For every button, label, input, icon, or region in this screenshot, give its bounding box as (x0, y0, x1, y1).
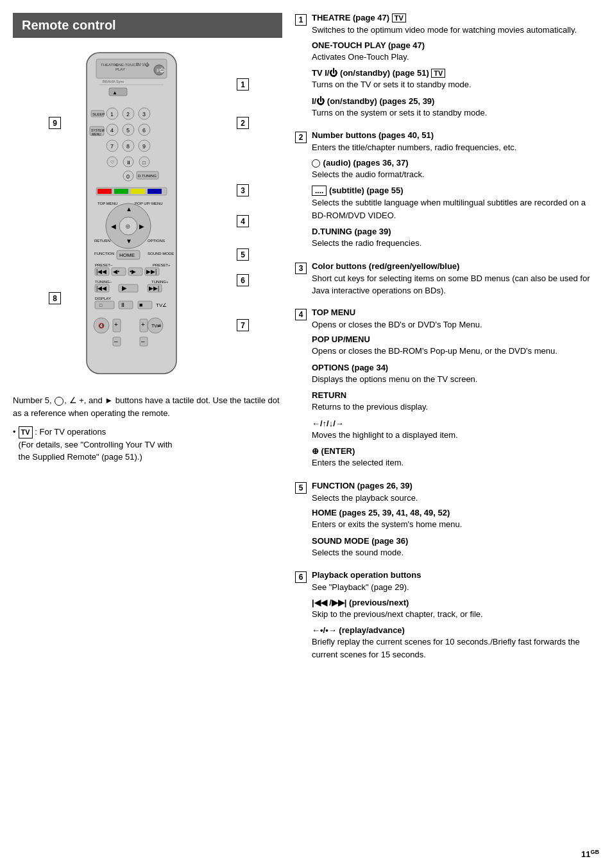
svg-text:◀•: ◀• (113, 268, 119, 275)
subtitle-symbol: .... (312, 186, 327, 196)
svg-text:MENU: MENU (92, 132, 101, 136)
svg-text:⏸: ⏸ (120, 302, 126, 308)
svg-text:–: – (114, 338, 118, 345)
svg-text:⊕: ⊕ (125, 223, 130, 230)
remote-image-container: THEATRE ONE-TOUCH PLAY TV I/⏻ I/⏻ BRAVIA… (13, 49, 282, 385)
item-5-sub-1-body: Enters or exits the system's home menu. (312, 518, 599, 531)
item-4-sub-1: POP UP/MENU Opens or closes the BD-ROM's… (312, 334, 599, 358)
svg-text:SLEEP: SLEEP (92, 112, 105, 116)
svg-text:□: □ (142, 160, 146, 166)
callout-7: 7 (237, 319, 249, 331)
svg-rect-84 (95, 301, 114, 309)
item-4-badge: 4 (295, 309, 307, 320)
svg-text:D.TUNING: D.TUNING (138, 174, 157, 178)
right-column: 1 THEATRE (page 47) TV Switches to the o… (289, 13, 599, 855)
item-4-sub-4-title: ←/↑/↓/→ (312, 419, 599, 428)
svg-text:I/⏻: I/⏻ (157, 67, 165, 73)
svg-text:RETURN: RETURN (94, 239, 110, 243)
svg-text:PLAY: PLAY (115, 67, 125, 71)
item-2-sub-1-body: Selects the audio format/track. (312, 168, 599, 181)
item-2-sub-3: D.TUNING (page 39) Selects the radio fre… (312, 227, 599, 250)
svg-text:ONE-TOUCH: ONE-TOUCH (115, 63, 139, 67)
item-2-sub-1: (audio) (pages 36, 37) Selects the audio… (312, 158, 599, 181)
item-4-sub-4: ←/↑/↓/→ Moves the highlight to a display… (312, 419, 599, 442)
item-4-sub-4-body: Moves the highlight to a displayed item. (312, 429, 599, 442)
svg-text:PRESET+: PRESET+ (153, 263, 171, 267)
item-1-content: THEATRE (page 47) TV Switches to the opt… (312, 13, 599, 124)
svg-text:5: 5 (126, 127, 130, 134)
callout-3: 3 (237, 184, 249, 196)
svg-rect-49 (148, 189, 162, 194)
item-5-sub-2: SOUND MODE (page 36) Selects the sound m… (312, 536, 599, 559)
item-2-title: Number buttons (pages 40, 51) (312, 130, 599, 140)
item-6-sub-1-body: Skip to the previous/next chapter, track… (312, 608, 599, 621)
item-1-sub-1-title: ONE-TOUCH PLAY (page 47) (312, 40, 599, 50)
callout-6: 6 (237, 274, 249, 286)
svg-text:+: + (114, 321, 118, 328)
left-column: Remote control THEATRE ONE-TOUCH PLAY TV… (13, 13, 282, 855)
item-6-sub-2-title: ←•/•→ (replay/advance) (312, 625, 599, 635)
svg-text:PRESET–: PRESET– (95, 263, 113, 267)
svg-text:■: ■ (139, 302, 142, 308)
svg-text:9: 9 (142, 143, 146, 150)
item-4: 4 TOP MENU Opens or closes the BD's or D… (295, 308, 599, 474)
svg-rect-47 (114, 189, 128, 194)
item-1-sub-1: ONE-TOUCH PLAY (page 47) Activates One-T… (312, 40, 599, 64)
item-6-title: Playback operation buttons (312, 570, 599, 580)
item-4-sub-5-title: ⊕ (ENTER) (312, 446, 599, 456)
svg-text:SOUND MODE: SOUND MODE (148, 252, 174, 256)
item-6-content: Playback operation buttons See "Playback… (312, 570, 599, 666)
item-4-content: TOP MENU Opens or closes the BD's or DVD… (312, 308, 599, 474)
callout-2: 2 (237, 117, 249, 129)
svg-text:◀: ◀ (111, 223, 116, 230)
item-1-badge: 1 (295, 14, 307, 26)
item-1-sub-3: I/⏻ (on/standby) (pages 25, 39) Turns on… (312, 96, 599, 119)
item-1-sub-2: TV I/⏻ (on/standby) (page 51) TV Turns o… (312, 68, 599, 91)
svg-text:⏸: ⏸ (126, 160, 131, 166)
item-2-content: Number buttons (pages 40, 51) Enters the… (312, 130, 599, 255)
svg-text:6: 6 (142, 127, 146, 134)
item-2-sub-3-title: D.TUNING (page 39) (312, 227, 599, 236)
svg-text:♡: ♡ (110, 160, 114, 164)
item-5-content: FUNCTION (pages 26, 39) Selects the play… (312, 481, 599, 564)
item-2-sub-2-title: .... (subtitle) (page 55) (312, 186, 599, 196)
svg-text:8: 8 (126, 143, 130, 150)
svg-text:▲: ▲ (126, 205, 132, 213)
item-4-sub-5-body: Enters the selected item. (312, 456, 599, 469)
item-4-sub-1-body: Opens or closes the BD-ROM's Pop-up Menu… (312, 345, 599, 358)
page-number: 11GB (581, 849, 599, 859)
item-4-body: Opens or closes the BD's or DVD's Top Me… (312, 318, 599, 331)
item-5: 5 FUNCTION (pages 26, 39) Selects the pl… (295, 481, 599, 564)
item-5-badge: 5 (295, 482, 307, 494)
item-3-badge: 3 (295, 263, 307, 274)
svg-text:FUNCTION: FUNCTION (94, 252, 114, 256)
item-6-sub-1-title: |◀◀ /▶▶| (previous/next) (312, 598, 599, 607)
remote-svg: THEATRE ONE-TOUCH PLAY TV I/⏻ I/⏻ BRAVIA… (64, 49, 199, 383)
svg-text:|◀◀: |◀◀ (96, 268, 106, 275)
item-1-sub-2-title: TV I/⏻ (on/standby) (page 51) TV (312, 68, 599, 78)
svg-text:2: 2 (126, 111, 130, 117)
item-4-sub-2-body: Displays the options menu on the TV scre… (312, 373, 599, 386)
item-1-body: Switches to the optimum video mode for w… (312, 24, 599, 37)
svg-text:POP UP/ MENU: POP UP/ MENU (135, 202, 163, 205)
svg-text:TUNING+: TUNING+ (151, 280, 169, 284)
tv-badge: TV (19, 426, 33, 438)
item-5-sub-1-title: HOME (pages 25, 39, 41, 48, 49, 52) (312, 508, 599, 517)
svg-text:▼: ▼ (126, 238, 132, 245)
item-6-sub-2-body: Briefly replay the current scenes for 10… (312, 636, 599, 661)
item-6-sub-2: ←•/•→ (replay/advance) Briefly replay th… (312, 625, 599, 661)
item-5-sub-1: HOME (pages 25, 39, 41, 48, 49, 52) Ente… (312, 508, 599, 531)
item-1-title: THEATRE (page 47) TV (312, 13, 599, 22)
callout-8: 8 (49, 292, 61, 304)
svg-text:TV∠: TV∠ (156, 302, 167, 308)
svg-text:3: 3 (142, 111, 146, 117)
item-4-sub-2-title: OPTIONS (page 34) (312, 363, 599, 372)
svg-text:▶: ▶ (139, 223, 144, 230)
svg-text:7: 7 (110, 143, 114, 150)
svg-text:▲: ▲ (112, 90, 117, 96)
page-title: Remote control (13, 13, 282, 38)
svg-text:–: – (141, 338, 145, 345)
svg-text:TV I/⏻: TV I/⏻ (136, 62, 149, 67)
caption-text: Number 5, , ∠ +, and ► buttons have a ta… (13, 394, 282, 419)
svg-text:DISPLAY: DISPLAY (95, 297, 111, 300)
